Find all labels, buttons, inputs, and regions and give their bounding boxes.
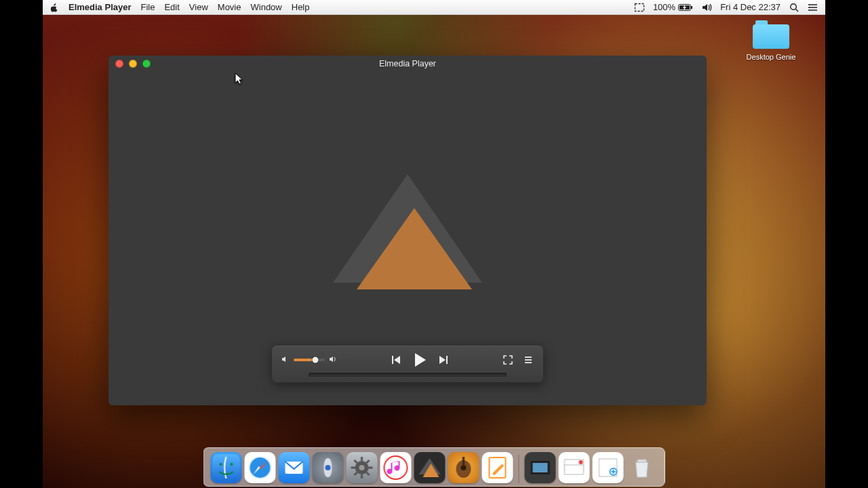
svg-rect-47 [565,465,584,474]
seek-bar[interactable] [309,373,507,377]
menu-edit[interactable]: Edit [164,2,179,12]
fullscreen-button[interactable] [502,354,513,365]
volume-control[interactable] [281,354,337,366]
volume-menu-icon[interactable] [701,2,712,13]
svg-rect-42 [462,457,465,466]
menu-file[interactable]: File [141,2,155,12]
next-button[interactable] [438,354,450,366]
svg-point-4 [791,3,797,9]
previous-button[interactable] [389,354,401,366]
svg-point-9 [808,4,810,5]
window-zoom-button[interactable] [142,60,151,68]
svg-point-10 [808,7,810,8]
dock-safari[interactable] [245,452,276,483]
svg-rect-49 [599,459,617,476]
window-minimize-button[interactable] [129,60,137,68]
volume-max-icon[interactable] [329,354,337,366]
menu-help[interactable]: Help [292,2,310,12]
window-close-button[interactable] [115,60,123,68]
desktop-item-desktop-genie[interactable]: Desktop Genie [744,20,798,61]
svg-rect-0 [635,3,644,11]
playlist-button[interactable] [523,354,534,365]
dock-garageband[interactable] [448,452,479,483]
dock-finder[interactable] [211,452,242,483]
volume-mute-icon[interactable] [281,354,290,366]
dock-trash[interactable] [627,452,658,483]
dock-elmedia-player[interactable] [414,452,446,483]
notification-center-icon[interactable] [808,2,818,13]
svg-line-34 [367,460,370,463]
svg-point-18 [220,463,222,466]
dock-stack-1[interactable] [525,452,556,483]
svg-rect-3 [691,6,692,9]
menu-window[interactable]: Window [251,2,282,12]
dock [203,447,665,487]
dock-separator [519,455,519,483]
window-titlebar[interactable]: Elmedia Player [108,56,707,72]
cursor-icon [235,73,244,89]
svg-rect-45 [533,463,548,472]
dock-mail[interactable] [279,452,310,483]
window-title: Elmedia Player [379,59,436,68]
volume-slider[interactable] [294,359,325,361]
svg-point-19 [231,463,233,466]
menu-view[interactable]: View [189,2,208,12]
svg-rect-51 [637,460,647,462]
battery-status[interactable]: 100% [653,2,693,12]
elmedia-logo-icon [330,171,486,306]
menubar-app-name[interactable]: Elmedia Player [68,2,132,12]
play-button[interactable] [411,351,429,369]
battery-percent-label: 100% [653,2,675,12]
desktop: Elmedia Player File Edit View Movie Wind… [43,0,825,488]
svg-point-48 [579,460,583,464]
dock-itunes[interactable] [380,452,412,483]
menubar: Elmedia Player File Edit View Movie Wind… [43,0,825,15]
screen-capture-icon[interactable] [634,2,645,13]
menubar-clock[interactable]: Fri 4 Dec 22:37 [720,2,781,12]
apple-menu-icon[interactable] [50,3,59,12]
dock-stack-2[interactable] [559,452,590,483]
spotlight-icon[interactable] [789,2,800,13]
dock-stack-3[interactable] [593,452,624,483]
elmedia-window: Elmedia Player [108,56,707,405]
menu-movie[interactable]: Movie [218,2,241,12]
svg-line-33 [367,472,370,475]
letterbox-right [825,0,868,488]
dock-launchpad[interactable] [313,452,344,483]
dock-pages[interactable] [482,452,513,483]
desktop-item-label: Desktop Genie [744,53,798,61]
svg-point-27 [359,465,365,470]
svg-point-11 [808,9,810,11]
svg-line-35 [355,472,357,475]
letterbox-left [0,0,43,488]
svg-line-32 [355,460,357,463]
svg-line-5 [796,9,799,12]
player-controls [272,346,543,382]
folder-icon [753,20,789,49]
dock-system-preferences[interactable] [347,452,378,483]
svg-rect-43 [490,458,506,478]
svg-point-25 [326,465,331,470]
